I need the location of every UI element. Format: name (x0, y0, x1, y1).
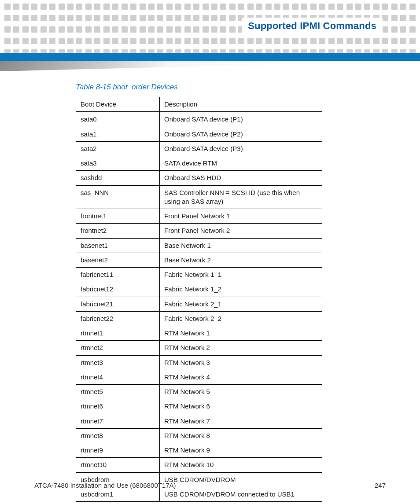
boot-order-devices-table: Boot Device Description sata0Onboard SAT… (76, 97, 322, 502)
cell-description: Fabric Network 2_2 (160, 311, 322, 326)
table-row: sata1Onboard SATA device (P2) (76, 127, 322, 141)
cell-boot-device: rtmnet1 (76, 326, 160, 341)
cell-description: SATA device RTM (160, 156, 322, 171)
cell-boot-device: rtmnet9 (76, 443, 160, 458)
col-header-description: Description (160, 97, 322, 112)
cell-boot-device: rtmnet6 (76, 399, 160, 414)
cell-description: RTM Network 6 (160, 399, 322, 414)
cell-boot-device: rtmnet10 (76, 458, 160, 472)
cell-boot-device: sata3 (76, 156, 160, 171)
table-row: rtmnet6RTM Network 6 (76, 399, 322, 414)
table-caption: Table 8-15 boot_order Devices (76, 83, 322, 92)
cell-boot-device: basenet1 (76, 238, 160, 253)
cell-boot-device: fabricnet12 (76, 282, 160, 297)
cell-boot-device: fabricnet22 (76, 311, 160, 326)
cell-boot-device: fabricnet21 (76, 297, 160, 311)
cell-boot-device: rtmnet3 (76, 355, 160, 370)
table-row: rtmnet8RTM Network 8 (76, 428, 322, 443)
cell-boot-device: rtmnet7 (76, 414, 160, 428)
table-row: rtmnet2RTM Network 2 (76, 341, 322, 355)
table-row: basenet2Base Network 2 (76, 253, 322, 267)
cell-description: Fabric Network 1_2 (160, 282, 322, 297)
cell-boot-device: rtmnet8 (76, 428, 160, 443)
cell-description: RTM Network 7 (160, 414, 322, 428)
table-row: frontnet1Front Panel Network 1 (76, 209, 322, 224)
cell-description: RTM Network 1 (160, 326, 322, 341)
table-row: rtmnet5RTM Network 5 (76, 385, 322, 399)
table-header-row: Boot Device Description (76, 97, 322, 112)
col-header-boot-device: Boot Device (76, 97, 160, 112)
cell-description: RTM Network 3 (160, 355, 322, 370)
table-row: rtmnet4RTM Network 4 (76, 370, 322, 384)
table-row: usbcdrom1USB CDROM/DVDROM connected to U… (76, 487, 322, 501)
cell-boot-device: sata0 (76, 112, 160, 127)
table-row: rtmnet10RTM Network 10 (76, 458, 322, 472)
table-row: fabricnet11Fabric Network 1_1 (76, 268, 322, 282)
cell-description: Onboard SATA device (P1) (160, 112, 322, 127)
cell-description: Fabric Network 2_1 (160, 297, 322, 311)
table-row: sas_NNNSAS Controller NNN = SCSI ID (use… (76, 185, 322, 209)
cell-description: RTM Network 9 (160, 443, 322, 458)
cell-description: RTM Network 10 (160, 458, 322, 472)
table-row: fabricnet22Fabric Network 2_2 (76, 311, 322, 326)
footer-doc-title: ATCA-7480 Installation and Use (6806800T… (34, 482, 176, 489)
cell-boot-device: sata2 (76, 141, 160, 156)
cell-description: Onboard SAS HDD (160, 171, 322, 185)
cell-boot-device: sas_NNN (76, 185, 160, 209)
header-blue-bar (0, 53, 420, 61)
cell-description: RTM Network 8 (160, 428, 322, 443)
cell-boot-device: sashdd (76, 171, 160, 185)
table-row: sata2Onboard SATA device (P3) (76, 141, 322, 156)
table-row: rtmnet9RTM Network 9 (76, 443, 322, 458)
page-footer: ATCA-7480 Installation and Use (6806800T… (34, 477, 386, 489)
cell-description: RTM Network 5 (160, 385, 322, 399)
main-content: Table 8-15 boot_order Devices Boot Devic… (76, 83, 322, 502)
table-row: fabricnet12Fabric Network 1_2 (76, 282, 322, 297)
cell-boot-device: usbcdrom1 (76, 487, 160, 501)
cell-description: SAS Controller NNN = SCSI ID (use this w… (160, 185, 322, 209)
cell-boot-device: rtmnet5 (76, 385, 160, 399)
cell-description: Base Network 2 (160, 253, 322, 267)
table-row: rtmnet1RTM Network 1 (76, 326, 322, 341)
table-row: sashddOnboard SAS HDD (76, 171, 322, 185)
cell-boot-device: frontnet1 (76, 209, 160, 224)
header-wedge-gradient (0, 61, 420, 71)
cell-description: Front Panel Network 1 (160, 209, 322, 224)
cell-boot-device: sata1 (76, 127, 160, 141)
cell-boot-device: rtmnet4 (76, 370, 160, 384)
cell-boot-device: rtmnet2 (76, 341, 160, 355)
cell-description: Front Panel Network 2 (160, 224, 322, 238)
cell-boot-device: frontnet2 (76, 224, 160, 238)
cell-description: USB CDROM/DVDROM connected to USB1 (160, 487, 322, 501)
table-row: rtmnet3RTM Network 3 (76, 355, 322, 370)
table-row: fabricnet21Fabric Network 2_1 (76, 297, 322, 311)
cell-description: RTM Network 2 (160, 341, 322, 355)
cell-description: Onboard SATA device (P2) (160, 127, 322, 141)
table-row: sata0Onboard SATA device (P1) (76, 112, 322, 127)
cell-description: RTM Network 4 (160, 370, 322, 384)
cell-description: Base Network 1 (160, 238, 322, 253)
table-row: basenet1Base Network 1 (76, 238, 322, 253)
cell-boot-device: basenet2 (76, 253, 160, 267)
table-row: sata3SATA device RTM (76, 156, 322, 171)
cell-description: Fabric Network 1_1 (160, 268, 322, 282)
section-title: Supported IPMI Commands (242, 18, 383, 34)
table-row: rtmnet7RTM Network 7 (76, 414, 322, 428)
footer-page-number: 247 (375, 482, 386, 489)
cell-description: Onboard SATA device (P3) (160, 141, 322, 156)
cell-boot-device: fabricnet11 (76, 268, 160, 282)
table-row: frontnet2Front Panel Network 2 (76, 224, 322, 238)
